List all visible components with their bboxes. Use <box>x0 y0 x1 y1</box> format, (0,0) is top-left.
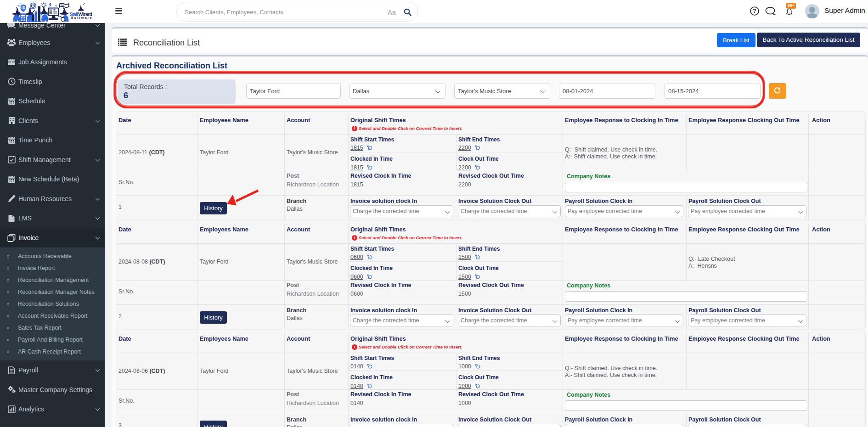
svg-text:?: ? <box>753 8 756 14</box>
svg-text:$: $ <box>23 6 24 10</box>
svg-text:S o f t w a r e: S o f t w a r e <box>71 16 92 20</box>
